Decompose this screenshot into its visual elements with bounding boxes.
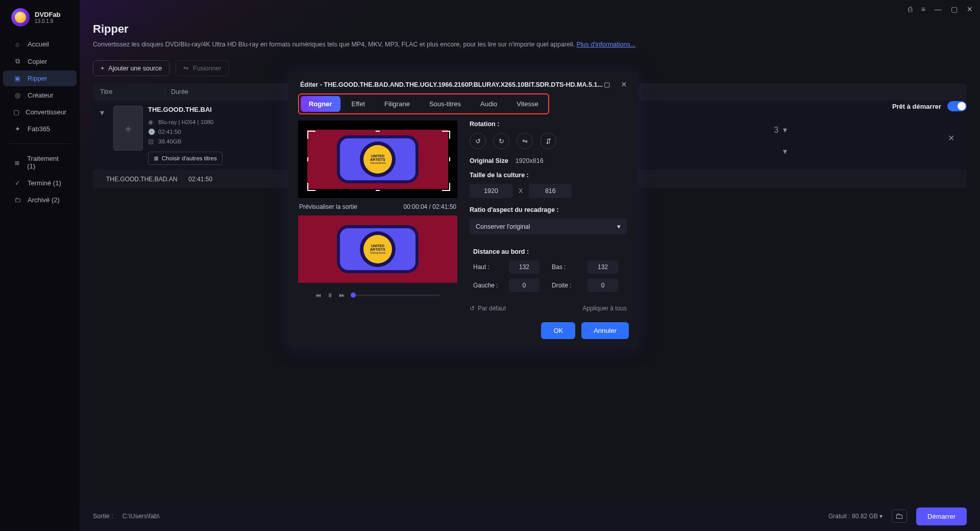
tab-filigrane[interactable]: Filigrane (376, 96, 418, 112)
secondary-dropdown[interactable]: ▾ (783, 147, 787, 156)
close-icon[interactable]: ✕ (967, 5, 973, 13)
rotate-cw-button[interactable]: ↻ (493, 133, 509, 149)
tab-rogner[interactable]: Rogner (301, 96, 340, 112)
page-subtitle: Convertissez les disques DVD/Blu-ray/4K … (93, 41, 967, 48)
seek-bar[interactable] (351, 295, 440, 296)
minimize-icon[interactable]: — (935, 5, 942, 13)
play-pause-button[interactable]: ⏸ (327, 292, 333, 298)
size-icon: ▤ (148, 138, 154, 145)
item-size: 38.40GB (158, 138, 181, 144)
crop-handle-br[interactable] (442, 183, 450, 191)
dist-right-label: Droite : (552, 282, 580, 289)
modal-title: Éditer - THE.GOOD.THE.BAD.AND.THE.UGLY.1… (300, 81, 603, 88)
add-source-button[interactable]: +Ajouter une source (93, 60, 169, 76)
copy-icon: ⧉ (13, 57, 21, 65)
preview-player-controls: ⏮ ⏸ ⏭ (298, 283, 457, 299)
tab-vitesse[interactable]: Vitesse (508, 96, 546, 112)
col-title: Titre (100, 88, 164, 95)
flip-horizontal-button[interactable]: ⇋ (517, 133, 533, 149)
flip-vertical-button[interactable]: ⇵ (540, 133, 556, 149)
plus-icon: + (101, 65, 104, 72)
preview-output-label: Prévisualiser la sortie (299, 203, 357, 210)
start-button[interactable]: Démarrer (916, 508, 967, 525)
content-area: ⎙ ≡ — ▢ ✕ Ripper Convertissez les disque… (80, 0, 980, 531)
crop-handle-tl[interactable] (307, 131, 315, 139)
tab-sous-titres[interactable]: Sous-titres (421, 96, 469, 112)
original-size-value: 1920x816 (516, 157, 544, 164)
app-logo: DVDFab 13.0.1.9 (0, 8, 80, 36)
dist-bottom-input[interactable] (587, 260, 618, 274)
original-size-label: Original Size (470, 157, 508, 164)
crop-preview[interactable]: UNITEDARTISTSTransamerica (298, 120, 457, 198)
processing-icon: ≣ (13, 159, 21, 166)
apply-all-button[interactable]: Appliquer à tous (582, 305, 627, 312)
disc-icon: ◉ (148, 118, 154, 126)
app-version: 13.0.1.9 (35, 18, 61, 24)
expand-toggle[interactable]: ▾ (100, 106, 108, 165)
sidebar-item-ripper[interactable]: ▣Ripper (3, 70, 77, 86)
edit-tabs: Rogner Effet Filigrane Sous-titres Audio… (298, 93, 549, 114)
tab-effet[interactable]: Effet (344, 96, 374, 112)
dist-left-input[interactable] (509, 279, 540, 292)
aspect-label: Ratio d'aspect du recadrage : (470, 206, 627, 213)
crop-handle-bl[interactable] (307, 183, 315, 191)
crop-handle-top[interactable] (376, 131, 380, 132)
done-icon: ✓ (13, 179, 21, 187)
crop-handle-bottom[interactable] (376, 190, 380, 191)
sidebar-item-convertisseur[interactable]: ▢Convertisseur (3, 104, 77, 120)
modal-maximize-icon[interactable]: ▢ (604, 81, 610, 88)
modal-close-icon[interactable]: ✕ (621, 81, 627, 88)
merge-icon: ⇋ (183, 64, 189, 72)
ok-button[interactable]: OK (541, 322, 575, 339)
sidebar-item-archive[interactable]: 🗀Archivé (2) (3, 192, 77, 208)
sidebar-item-termine[interactable]: ✓Terminé (1) (3, 175, 77, 191)
print-icon[interactable]: ⎙ (908, 5, 912, 13)
sidebar-item-traitement[interactable]: ≣Traitement (1) (3, 151, 77, 174)
thumbnail: ◈ (113, 106, 143, 151)
choose-titles-button[interactable]: ≣Choisir d'autres titres (148, 152, 223, 165)
home-icon: ⌂ (13, 40, 21, 48)
prev-frame-button[interactable]: ⏮ (315, 292, 321, 298)
track-name: THE.GOOD.THE.BAD.AN (106, 176, 177, 183)
divider (9, 143, 70, 144)
more-info-link[interactable]: Plus d'informations... (576, 41, 635, 48)
item-format: Blu-ray | H264 | 1080 (158, 119, 213, 125)
tab-audio[interactable]: Audio (472, 96, 505, 112)
cancel-button[interactable]: Annuler (581, 322, 629, 339)
reset-default-button[interactable]: ↺Par défaut (470, 305, 506, 312)
sidebar-item-createur[interactable]: ◎Créateur (3, 87, 77, 103)
sidebar-item-accueil[interactable]: ⌂Accueil (3, 36, 77, 52)
merge-button[interactable]: ⇋Fusionner (176, 60, 229, 76)
logo-icon (11, 8, 30, 27)
crop-handle-tr[interactable] (442, 131, 450, 139)
list-icon: ≣ (154, 155, 159, 162)
sidebar: DVDFab 13.0.1.9 ⌂Accueil ⧉Copier ▣Ripper… (0, 0, 80, 531)
reset-icon: ↺ (470, 305, 475, 312)
item-remove-button[interactable]: ✕ (948, 133, 954, 143)
track-dropdown[interactable]: 3 ▾ (774, 125, 787, 135)
rotate-ccw-button[interactable]: ↺ (470, 133, 486, 149)
next-frame-button[interactable]: ⏭ (339, 292, 345, 298)
queue-toggle[interactable] (947, 101, 967, 111)
sidebar-item-fab365[interactable]: ✦Fab365 (3, 121, 77, 137)
crop-handle-left[interactable] (307, 157, 308, 161)
edit-modal: Éditer - THE.GOOD.THE.BAD.AND.THE.UGLY.1… (288, 71, 639, 348)
menu-icon[interactable]: ≡ (921, 5, 925, 13)
aspect-ratio-select[interactable]: Conserver l'original ▾ (470, 219, 627, 234)
x-separator: X (519, 187, 523, 195)
crop-handle-right[interactable] (449, 157, 450, 161)
ripper-icon: ▣ (13, 75, 21, 82)
status-text: Prêt à démarrer (892, 103, 941, 110)
dist-top-input[interactable] (509, 260, 540, 274)
free-space[interactable]: Gratuit : 80.82 GB ▾ (828, 513, 883, 520)
crop-size-label: Taille de la culture : (470, 172, 627, 179)
maximize-icon[interactable]: ▢ (951, 5, 958, 13)
fab365-icon: ✦ (13, 125, 21, 133)
crop-height-input[interactable] (529, 184, 572, 198)
dist-right-input[interactable] (587, 279, 618, 292)
sidebar-item-copier[interactable]: ⧉Copier (3, 53, 77, 69)
crop-width-input[interactable] (470, 184, 512, 198)
preview-time: 00:00:04 / 02:41:50 (404, 203, 456, 210)
browse-folder-button[interactable]: 🗀 (892, 510, 907, 523)
output-path[interactable]: C:\Users\fab\ (122, 513, 160, 520)
